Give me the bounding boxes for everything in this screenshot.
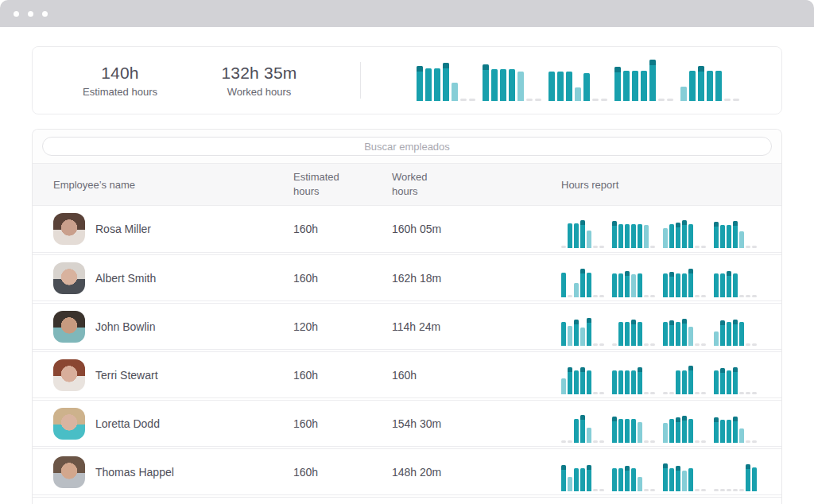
window-control-dot[interactable]	[14, 11, 19, 17]
avatar	[53, 311, 85, 343]
partial-worked-bar	[644, 225, 649, 248]
no-work-dash	[644, 392, 649, 394]
no-work-dash	[695, 440, 700, 443]
overtime-bar	[727, 271, 731, 297]
worked-bar	[688, 224, 693, 248]
worked-bar	[625, 370, 630, 394]
week-group	[548, 72, 607, 101]
no-work-dash	[733, 99, 739, 101]
no-work-dash	[739, 489, 744, 491]
week-group	[714, 271, 757, 297]
worked-bar	[580, 468, 585, 491]
estimated-hours-cell: 160h	[293, 223, 392, 235]
worked-bar	[676, 370, 680, 394]
table-row[interactable]: Thomas Happel160h148h 20m	[33, 448, 781, 495]
week-group	[417, 63, 475, 101]
no-work-dash	[644, 489, 649, 491]
employee-name: Terri Stewart	[95, 369, 158, 382]
window-control-dot[interactable]	[42, 11, 48, 17]
week-group	[663, 366, 706, 394]
week-group	[714, 221, 757, 248]
worked-bar	[720, 225, 725, 248]
table-row[interactable]: Loretta Dodd160h154h 30m	[33, 400, 781, 447]
overtime-bar	[733, 221, 738, 248]
worked-bar	[631, 370, 636, 394]
no-work-dash	[695, 295, 700, 297]
partial-worked-bar	[638, 477, 642, 491]
overtime-bar	[676, 466, 680, 491]
week-group	[714, 320, 757, 346]
worked-bar	[682, 273, 687, 297]
week-group	[561, 415, 604, 443]
app-window: 140h Estimated hours 132h 35m Worked hou…	[0, 0, 814, 504]
worked-bar	[682, 370, 687, 394]
no-work-dash	[593, 295, 598, 297]
search-input[interactable]	[42, 137, 772, 156]
week-group	[714, 367, 757, 394]
worked-bar	[618, 468, 623, 491]
no-work-dash	[727, 489, 731, 491]
overtime-bar	[580, 220, 585, 248]
overtime-bar	[580, 415, 585, 443]
table-row[interactable]: Terri Stewart160h160h	[33, 351, 781, 398]
no-work-dash	[746, 295, 750, 297]
estimated-hours-value: 140h	[48, 64, 192, 83]
no-work-dash	[601, 99, 607, 101]
overtime-bar	[580, 269, 585, 297]
partial-worked-bar	[688, 327, 693, 346]
worked-bar	[500, 69, 506, 101]
avatar	[53, 408, 85, 440]
no-work-dash	[739, 392, 744, 394]
partial-worked-bar	[631, 274, 636, 297]
overtime-bar	[733, 417, 738, 443]
employee-name-cell: Thomas Happel	[33, 456, 293, 488]
week-group	[663, 416, 706, 443]
no-work-dash	[593, 343, 598, 346]
worked-bar	[720, 420, 725, 443]
partial-worked-bar	[680, 87, 687, 101]
week-group	[561, 318, 604, 346]
worked-bar	[715, 71, 722, 101]
week-group	[561, 367, 604, 394]
estimated-hours-cell: 160h	[293, 272, 392, 285]
no-work-dash	[695, 246, 700, 248]
no-work-dash	[650, 392, 655, 394]
week-group	[680, 66, 739, 101]
overtime-bar	[720, 368, 725, 394]
employee-name-cell: Terri Stewart	[33, 359, 293, 391]
worked-bar	[632, 71, 638, 101]
worked-bar	[618, 419, 623, 443]
overtime-bar	[682, 220, 687, 248]
worked-bar	[688, 419, 693, 443]
no-work-dash	[650, 440, 655, 443]
estimated-hours-cell: 160h	[293, 417, 392, 430]
no-work-dash	[669, 392, 674, 394]
overtime-bar	[733, 367, 738, 394]
employee-name-cell: John Bowlin	[33, 311, 293, 343]
no-work-dash	[650, 489, 655, 491]
page-content: 140h Estimated hours 132h 35m Worked hou…	[0, 46, 814, 504]
worked-bar	[583, 73, 590, 101]
week-group	[561, 220, 604, 248]
worked-bar	[625, 224, 630, 248]
worked-hours-label: Worked hours	[192, 86, 327, 98]
overtime-bar	[612, 417, 617, 443]
table-row[interactable]: Rosa Miller160h160h 05m	[33, 206, 781, 253]
no-work-dash	[701, 489, 706, 491]
worked-bar	[739, 322, 744, 346]
window-control-dot[interactable]	[28, 11, 33, 17]
table-row[interactable]	[33, 497, 781, 504]
table-row[interactable]: Albert Smith160h162h 18m	[33, 254, 781, 301]
hours-report-chart	[561, 356, 781, 394]
worked-bar	[612, 370, 617, 394]
overtime-bar	[638, 367, 642, 394]
no-work-dash	[599, 440, 604, 443]
no-work-dash	[695, 343, 700, 346]
worked-bar	[557, 72, 564, 101]
overtime-bar	[483, 64, 489, 101]
no-work-dash	[644, 440, 649, 443]
employee-name: Albert Smith	[95, 272, 156, 285]
no-work-dash	[667, 99, 673, 101]
overtime-bar	[443, 63, 449, 101]
table-row[interactable]: John Bowlin120h114h 24m	[33, 303, 781, 350]
